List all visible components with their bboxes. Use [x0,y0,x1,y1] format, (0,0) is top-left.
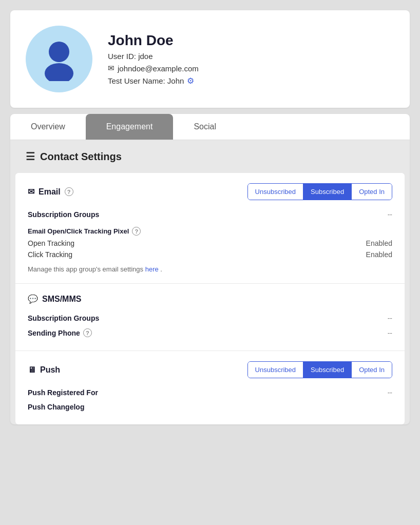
tabs-container: Overview Engagement Social [10,114,410,140]
email-subscribed-btn[interactable]: Subscribed [303,184,352,200]
profile-info: John Doe User ID: jdoe ✉ johndoe@example… [108,32,199,86]
profile-name: John Doe [108,32,199,49]
email-toggle-group: Unsubscribed Subscribed Opted In [247,183,392,200]
profile-testname: Test User Name: John ⚙ [108,76,199,86]
subscription-groups-label: Subscription Groups [28,210,99,219]
inner-card: ✉ Email ? Unsubscribed Subscribed Opted … [15,173,405,424]
sms-subscription-groups-value: -- [388,314,392,322]
email-optedin-btn[interactable]: Opted In [352,184,392,200]
email-section-icon: ✉ [28,187,34,197]
push-optedin-btn[interactable]: Opted In [352,362,392,378]
contact-settings-icon: ☰ [26,150,35,163]
contact-settings-header: ☰ Contact Settings [10,140,410,173]
open-tracking-row: Open Tracking Enabled [28,238,392,249]
sms-section: 💬 SMS/MMS Subscription Groups -- Sending… [15,284,405,351]
email-section-title: ✉ Email ? [28,187,73,197]
push-registered-label: Push Registered For [28,388,98,397]
gear-icon[interactable]: ⚙ [187,76,194,86]
sending-phone-help-icon[interactable]: ? [83,328,92,337]
subscription-groups-row: Subscription Groups -- [28,207,392,222]
email-help-icon[interactable]: ? [65,187,73,196]
push-section: 🖥 Push Unsubscribed Subscribed Opted In … [15,351,405,424]
click-tracking-label: Click Tracking [28,250,72,259]
profile-card: John Doe User ID: jdoe ✉ johndoe@example… [10,10,410,108]
profile-userid: User ID: jdoe [108,52,199,61]
push-icon: 🖥 [28,365,36,375]
push-toggle-group: Unsubscribed Subscribed Opted In [247,361,392,378]
sms-subscription-groups-row: Subscription Groups -- [28,311,392,325]
push-section-title: 🖥 Push [28,365,60,375]
sending-phone-value: -- [388,329,392,337]
svg-point-1 [45,63,73,81]
click-tracking-row: Click Tracking Enabled [28,249,392,260]
email-icon: ✉ [108,64,114,73]
push-changelog-label: Push Changelog [28,403,84,411]
svg-point-0 [49,42,69,62]
contact-settings-title: Contact Settings [40,151,122,163]
main-content: ☰ Contact Settings ✉ Email ? Unsubscribe… [10,140,410,424]
push-unsubscribed-btn[interactable]: Unsubscribed [248,362,304,378]
subscription-groups-value: -- [388,210,392,219]
push-registered-value: -- [388,388,392,397]
email-title-row: ✉ Email ? Unsubscribed Subscribed Opted … [28,183,392,200]
email-section: ✉ Email ? Unsubscribed Subscribed Opted … [15,173,405,284]
push-title-row: 🖥 Push Unsubscribed Subscribed Opted In [28,361,392,378]
sending-phone-row: Sending Phone ? -- [28,325,392,340]
push-registered-row: Push Registered For -- [28,385,392,400]
tab-social[interactable]: Social [173,114,237,140]
click-tracking-value: Enabled [366,250,392,259]
manage-text: Manage this app group's email settings h… [28,265,392,273]
tab-overview[interactable]: Overview [10,114,86,140]
push-changelog-row: Push Changelog [28,400,392,414]
push-subscribed-btn[interactable]: Subscribed [303,362,352,378]
sms-subscription-groups-label: Subscription Groups [28,314,99,322]
avatar-icon [36,35,82,83]
tab-engagement[interactable]: Engagement [86,114,174,140]
email-unsubscribed-btn[interactable]: Unsubscribed [248,184,304,200]
manage-link[interactable]: here [145,265,159,273]
sms-section-title: 💬 SMS/MMS [28,294,392,304]
sending-phone-label: Sending Phone [28,329,80,337]
sms-icon: 💬 [28,294,38,304]
open-tracking-label: Open Tracking [28,239,74,247]
tracking-section-title: Email Open/Click Tracking Pixel ? [28,227,392,236]
open-tracking-value: Enabled [366,239,392,247]
avatar [26,26,92,92]
profile-email: ✉ johndoe@example.com [108,64,199,73]
tracking-help-icon[interactable]: ? [132,227,141,236]
